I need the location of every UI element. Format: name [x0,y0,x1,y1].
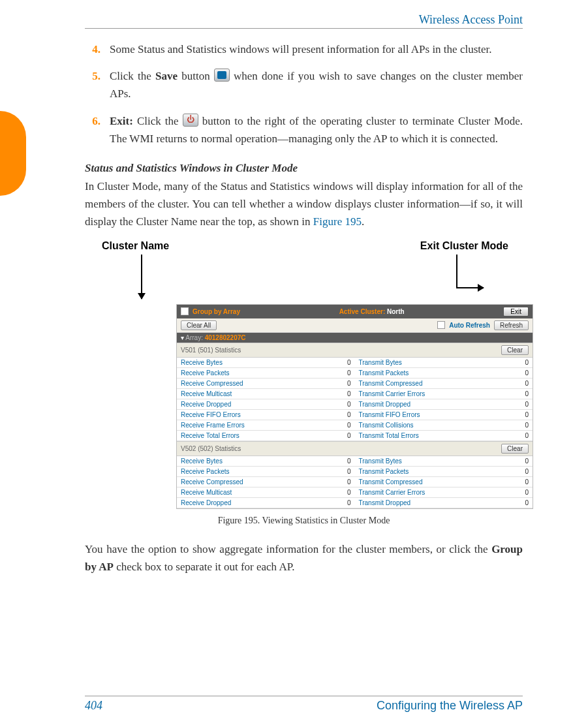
group-by-array-checkbox[interactable] [181,307,189,315]
table-row: Receive Dropped0Transmit Dropped0 [177,399,533,409]
stat-value: 0 [309,378,355,388]
text: check box to separate it out for each AP… [114,561,295,573]
table-row: Receive Packets0Transmit Packets0 [177,367,533,378]
table-row: Receive Frame Errors0Transmit Collisions… [177,420,533,430]
arrow-icon [456,287,484,288]
page-number: 404 [85,699,102,713]
stat-label: Transmit Compressed [354,378,486,388]
stat-value: 0 [309,420,355,430]
stat-value: 0 [309,466,355,476]
active-cluster-label: Active Cluster: [339,308,386,315]
auto-refresh-checkbox[interactable] [437,321,445,329]
page-header: Wireless Access Point [85,13,523,29]
section-title: Status and Statistics Windows in Cluster… [85,162,523,175]
bold-text: Save [155,70,178,82]
text: Click the [110,70,155,82]
bold-text: Exit: [110,115,133,127]
stat-label: Receive Packets [177,466,309,476]
stat-label: Receive Total Errors [177,430,309,441]
stat-value: 0 [486,358,533,368]
stat-label: Transmit Dropped [354,399,486,409]
paragraph: You have the option to show aggregate in… [85,540,523,576]
table-row: Receive Compressed0Transmit Compressed0 [177,378,533,388]
stat-label: Receive Compressed [177,378,309,388]
stat-value: 0 [486,399,533,409]
figure-link[interactable]: Figure 195 [313,215,362,228]
page-footer: 404 Configuring the Wireless AP [85,696,523,713]
figure-caption: Figure 195. Viewing Statistics in Cluste… [85,516,523,526]
stats-panel-header: V501 (501) Statistics Clear [177,343,533,358]
array-id: 4012802207C [205,334,246,341]
stat-value: 0 [309,358,355,368]
auto-refresh-label: Auto Refresh [449,322,490,329]
active-cluster: Active Cluster: North [244,308,499,315]
stat-value: 0 [486,367,533,378]
step-number: 5. [85,67,101,102]
exit-button[interactable]: Exit [503,307,529,317]
stat-value: 0 [486,420,533,430]
table-row: Receive Multicast0Transmit Carrier Error… [177,388,533,399]
step-6: 6. Exit: Click the button to the right o… [85,112,523,147]
table-row: Receive Dropped0Transmit Dropped0 [177,497,533,508]
stat-value: 0 [486,409,533,420]
stat-value: 0 [309,430,355,441]
clear-all-button[interactable]: Clear All [181,320,217,330]
table-row: Receive Packets0Transmit Packets0 [177,466,533,476]
step-text: Some Status and Statistics windows will … [110,40,523,58]
stat-value: 0 [486,456,533,467]
stat-label: Receive Dropped [177,497,309,508]
text: Click the [133,115,183,127]
table-row: Receive Total Errors0Transmit Total Erro… [177,430,533,441]
stat-value: 0 [309,399,355,409]
embedded-screenshot: Group by Array Active Cluster: North Exi… [176,304,533,509]
stat-label: Transmit Bytes [354,456,486,467]
table-row: Receive Multicast0Transmit Carrier Error… [177,487,533,497]
stats-table-2: Receive Bytes0Transmit Bytes0Receive Pac… [177,456,533,508]
stat-value: 0 [486,497,533,508]
stat-label: Receive Multicast [177,388,309,399]
power-icon [183,114,198,127]
stat-label: Receive Frame Errors [177,420,309,430]
stat-label: Receive Bytes [177,456,309,467]
panel-title: V501 (501) Statistics [181,347,501,354]
stat-label: Receive Bytes [177,358,309,368]
step-text: Click the Save button when done if you w… [110,67,523,102]
stat-value: 0 [309,367,355,378]
step-5: 5. Click the Save button when done if yo… [85,67,523,102]
refresh-button[interactable]: Refresh [494,320,529,330]
text: You have the option to show aggregate in… [85,543,491,555]
table-row: Receive FIFO Errors0Transmit FIFO Errors… [177,409,533,420]
stats-table-1: Receive Bytes0Transmit Bytes0Receive Pac… [177,358,533,441]
stat-value: 0 [486,487,533,497]
step-text: Exit: Click the button to the right of t… [110,112,523,147]
arrow-icon [456,255,457,287]
stat-value: 0 [486,466,533,476]
stat-value: 0 [486,388,533,399]
group-by-array-label: Group by Array [193,308,240,315]
text: In Cluster Mode, many of the Status and … [85,180,523,228]
text: button [178,70,214,82]
stat-value: 0 [486,476,533,487]
array-label: Array: [185,334,203,341]
panel-title: V502 (502) Statistics [181,445,501,452]
save-icon [214,69,230,82]
step-number: 4. [85,40,101,58]
stat-label: Receive Compressed [177,476,309,487]
stat-label: Transmit FIFO Errors [354,409,486,420]
toolbar: Clear All Auto Refresh Refresh [177,318,533,333]
figure-callouts: Cluster Name Exit Cluster Mode [85,238,523,278]
stat-label: Transmit Collisions [354,420,486,430]
footer-section: Configuring the Wireless AP [377,699,523,713]
stat-label: Transmit Bytes [354,358,486,368]
text: . [362,215,364,228]
paragraph: In Cluster Mode, many of the Status and … [85,178,523,231]
chevron-down-icon[interactable]: ▾ [181,334,184,341]
stat-value: 0 [486,430,533,441]
array-bar: ▾ Array: 4012802207C [177,333,533,343]
cluster-bar: Group by Array Active Cluster: North Exi… [177,305,533,318]
clear-button[interactable]: Clear [501,444,529,454]
arrow-icon [141,255,142,299]
stat-label: Receive Multicast [177,487,309,497]
step-number: 6. [85,112,101,147]
clear-button[interactable]: Clear [501,345,529,355]
